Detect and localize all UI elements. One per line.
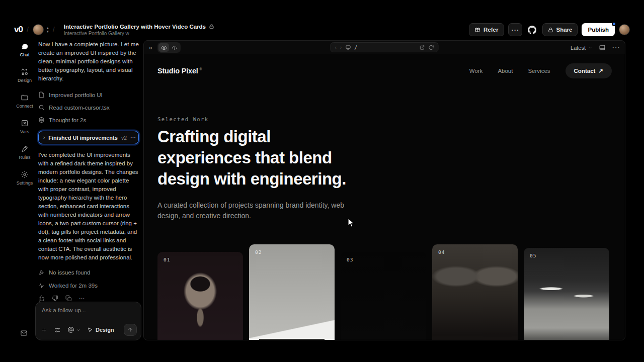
task-result-card[interactable]: › Finished UI improvements v2 ⋯ bbox=[38, 131, 139, 144]
card-number: 02 bbox=[255, 249, 262, 255]
collapse-panel-button[interactable]: « bbox=[149, 44, 152, 51]
rail-item-settings[interactable]: Settings bbox=[14, 170, 35, 186]
layout-panel-icon[interactable] bbox=[599, 44, 606, 51]
assistant-summary: I've completed the UI improvements with … bbox=[38, 151, 139, 262]
followup-composer[interactable]: Ask a follow-up... Design bbox=[35, 302, 141, 340]
mention-model-button[interactable] bbox=[67, 326, 80, 333]
attach-button[interactable] bbox=[41, 327, 47, 333]
wrench-icon bbox=[38, 269, 45, 276]
hero-heading: Crafting digital experiences that blend … bbox=[157, 126, 346, 190]
arrow-up-right-icon: ↗ bbox=[598, 67, 603, 74]
left-rail: Chat Design Connect Vars Rules Settings bbox=[14, 42, 35, 186]
connect-icon bbox=[21, 94, 29, 102]
nav-forward-icon[interactable]: › bbox=[340, 45, 342, 50]
card-number: 04 bbox=[438, 249, 445, 255]
task-more-button[interactable]: ⋯ bbox=[130, 134, 136, 141]
rail-item-rules[interactable]: Rules bbox=[14, 145, 35, 160]
team-avatar[interactable] bbox=[33, 24, 44, 35]
thumbs-down-button[interactable] bbox=[52, 295, 58, 302]
card-number: 01 bbox=[164, 257, 170, 262]
site-header: Studio Pixel® Work About Services Contac… bbox=[157, 63, 612, 78]
code-icon bbox=[172, 45, 178, 51]
project-card[interactable]: 01 bbox=[157, 252, 243, 340]
view-mode-toggle bbox=[157, 42, 181, 53]
version-selector[interactable]: Latest bbox=[571, 45, 593, 51]
open-external-icon[interactable] bbox=[420, 45, 425, 50]
vars-icon bbox=[21, 119, 29, 127]
share-button[interactable]: Share bbox=[542, 23, 578, 36]
url-path[interactable]: / bbox=[354, 45, 357, 50]
top-bar: v0 / ▴▾ / Interactive Portfolio Gallery … bbox=[14, 20, 630, 39]
cursor-mode-icon bbox=[87, 327, 93, 333]
preview-more-button[interactable]: ⋯ bbox=[612, 43, 620, 52]
thumbs-up-button[interactable] bbox=[38, 295, 45, 302]
nav-link-work[interactable]: Work bbox=[469, 68, 483, 74]
section-eyebrow: Selected Work bbox=[157, 116, 209, 122]
refer-button[interactable]: Refer bbox=[469, 23, 504, 36]
share-label: Share bbox=[556, 27, 573, 33]
send-button[interactable] bbox=[124, 324, 137, 336]
team-switcher[interactable]: ▴▾ bbox=[47, 26, 49, 33]
issues-row[interactable]: No issues found bbox=[38, 266, 139, 279]
worked-row[interactable]: Worked for 2m 39s bbox=[38, 279, 139, 292]
refresh-icon[interactable] bbox=[429, 45, 434, 50]
chat-icon bbox=[21, 42, 29, 50]
site-brand[interactable]: Studio Pixel® bbox=[157, 67, 202, 75]
project-card[interactable]: 02 bbox=[249, 244, 335, 340]
chat-panel: Now I have a complete picture. Let me cr… bbox=[38, 40, 139, 346]
feedback-mail-icon[interactable] bbox=[20, 329, 28, 337]
breadcrumb-separator: / bbox=[27, 26, 29, 34]
brand-mark: ® bbox=[200, 67, 202, 71]
task-version: v2 bbox=[121, 135, 127, 141]
eye-icon bbox=[161, 45, 167, 51]
design-icon bbox=[21, 68, 29, 76]
project-card[interactable]: 03 bbox=[341, 252, 426, 340]
task-label: Finished UI improvements bbox=[48, 135, 118, 141]
nav-link-about[interactable]: About bbox=[498, 68, 513, 74]
rail-item-connect[interactable]: Connect bbox=[14, 94, 35, 109]
device-icon[interactable] bbox=[345, 45, 351, 50]
search-icon bbox=[38, 104, 45, 111]
preview-panel: « ‹ › / Latest ⋯ bbox=[143, 40, 625, 340]
breadcrumb: Interactive Portfolio Gallery with Hover… bbox=[64, 24, 214, 36]
project-title[interactable]: Interactive Portfolio Gallery with Hover… bbox=[64, 24, 206, 30]
thought-icon bbox=[38, 117, 45, 123]
nav-back-icon[interactable]: ‹ bbox=[335, 45, 337, 50]
chevron-down-icon bbox=[588, 45, 593, 50]
more-options-button[interactable]: ⋯ bbox=[508, 23, 522, 36]
rail-item-design[interactable]: Design bbox=[14, 68, 35, 83]
rendered-site: Studio Pixel® Work About Services Contac… bbox=[144, 54, 625, 340]
message-more-button[interactable]: ⋯ bbox=[79, 295, 85, 302]
task-steps: Improved portfolio UI Read custom-cursor… bbox=[38, 88, 139, 126]
assistant-message: Now I have a complete picture. Let me cr… bbox=[38, 40, 139, 83]
contact-button[interactable]: Contact ↗ bbox=[566, 63, 612, 78]
step-thought[interactable]: Thought for 2s bbox=[38, 114, 139, 126]
settings-sliders-button[interactable] bbox=[54, 327, 61, 333]
followup-input[interactable]: Ask a follow-up... bbox=[42, 307, 135, 313]
gift-icon bbox=[474, 27, 480, 33]
project-card[interactable]: 05 bbox=[524, 248, 609, 340]
nav-link-services[interactable]: Services bbox=[528, 68, 550, 74]
chevron-down-icon bbox=[76, 328, 80, 332]
lock-icon bbox=[548, 27, 553, 33]
card-number: 05 bbox=[530, 253, 536, 258]
chevron-right-icon: › bbox=[43, 135, 45, 140]
user-avatar[interactable] bbox=[619, 24, 630, 35]
design-mode-chip[interactable]: Design bbox=[87, 327, 114, 333]
v0-logo[interactable]: v0 bbox=[14, 25, 23, 35]
settings-icon bbox=[21, 170, 29, 178]
rail-item-vars[interactable]: Vars bbox=[14, 119, 35, 134]
step-read-custom-cursor[interactable]: Read custom-cursor.tsx bbox=[38, 101, 139, 114]
code-view-button[interactable] bbox=[169, 43, 180, 52]
rail-item-chat[interactable]: Chat bbox=[14, 42, 35, 57]
rules-icon bbox=[21, 145, 29, 153]
card-number: 03 bbox=[347, 257, 353, 262]
copy-button[interactable] bbox=[65, 295, 72, 302]
notification-dot bbox=[612, 22, 616, 26]
preview-url-bar[interactable]: ‹ › / bbox=[331, 42, 439, 52]
step-improved-portfolio-ui[interactable]: Improved portfolio UI bbox=[38, 88, 139, 101]
publish-button[interactable]: Publish bbox=[582, 23, 615, 36]
github-button[interactable] bbox=[526, 23, 538, 36]
project-card[interactable]: 04 bbox=[432, 244, 518, 340]
preview-eye-button[interactable] bbox=[158, 43, 169, 52]
